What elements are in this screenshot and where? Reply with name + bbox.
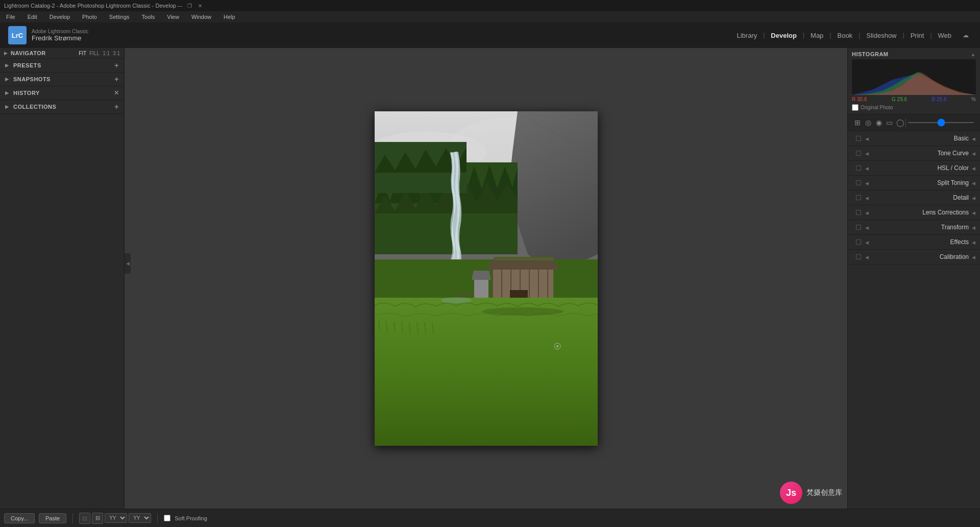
right-section-basic: ◀Basic◀ [848,131,980,146]
histogram-g-value: G 29.6 [892,97,907,102]
history-section: ▶ History ✕ [0,86,124,100]
paste-button[interactable]: Paste [39,513,66,523]
soft-proofing-toggle: Soft Proofing [164,515,207,521]
graduated-filter-icon[interactable]: ▭ [884,117,895,128]
section-toggle-calibration[interactable] [856,254,861,259]
right-section-header-effects[interactable]: ◀Effects◀ [848,235,980,249]
restore-button[interactable]: ❐ [186,2,193,9]
user-name: Fredrik Strømme [32,34,88,42]
section-toggle-effects[interactable] [856,239,861,245]
navigator-header[interactable]: ▶ Navigator FIT FILL 1:1 3:1 [0,48,124,58]
presets-arrow: ▶ [5,63,10,68]
nav-link-web[interactable]: Web [934,30,956,41]
nav-separator: | [903,32,904,39]
presets-header[interactable]: ▶ Presets + [0,59,124,72]
red-eye-icon[interactable]: ◉ [873,117,884,128]
right-section-header-transform[interactable]: ◀Transform◀ [848,220,980,234]
section-toggle-tone-curve[interactable] [856,151,861,156]
right-section-label-lens-corrections: Lens Corrections [872,209,969,216]
right-section-label-split-toning: Split Toning [872,179,969,186]
right-section-header-detail[interactable]: ◀Detail◀ [848,190,980,205]
right-sections: ◀Basic◀◀Tone Curve◀◀HSL / Color◀◀Split T… [848,131,980,265]
history-clear-icon[interactable]: ✕ [114,89,119,97]
histogram-header[interactable]: Histogram ▲ [852,51,976,57]
right-section-calibration: ◀Calibration◀ [848,250,980,265]
collections-add-icon[interactable]: + [114,103,119,110]
nav-link-map[interactable]: Map [806,30,827,41]
section-collapse-lens-corrections: ◀ [865,210,869,214]
collections-header[interactable]: ▶ Collections + [0,100,124,113]
right-section-header-calibration[interactable]: ◀Calibration◀ [848,250,980,264]
svg-rect-32 [375,298,598,446]
menu-item-tools[interactable]: Tools [140,13,157,21]
nav-link-develop[interactable]: Develop [767,30,801,41]
menu-item-develop[interactable]: Develop [47,13,72,21]
radial-filter-icon[interactable]: ◯ [895,117,905,128]
section-toggle-transform[interactable] [856,225,861,230]
right-section-arrow-detail: ◀ [972,196,976,200]
menu-item-window[interactable]: Window [189,13,213,21]
titlebar-controls: — ❐ ✕ [176,2,204,9]
right-section-hsl-color: ◀HSL / Color◀ [848,161,980,176]
crop-tool-icon[interactable]: ⊞ [852,117,863,128]
compare-view-icon[interactable]: ⊟ [92,513,103,524]
tool-slider-area [906,122,976,123]
menu-item-photo[interactable]: Photo [80,13,99,21]
presets-section: ▶ Presets + [0,59,124,73]
nav-separator: | [803,32,804,39]
snapshots-add-icon[interactable]: + [114,76,119,83]
menu-item-edit[interactable]: Edit [26,13,39,21]
titlebar-title: Lightroom Catalog-2 - Adobe Photoshop Li… [4,3,176,9]
section-toggle-detail[interactable] [856,195,861,200]
spot-removal-icon[interactable]: ◎ [863,117,873,128]
collections-arrow: ▶ [5,104,10,109]
soft-proofing-label: Soft Proofing [175,515,207,521]
menu-item-file[interactable]: File [4,13,17,21]
exposure-slider[interactable] [908,122,974,123]
menu-item-help[interactable]: Help [222,13,237,21]
nav-link-print[interactable]: Print [906,30,928,41]
right-section-split-toning: ◀Split Toning◀ [848,176,980,190]
history-header[interactable]: ▶ History ✕ [0,86,124,100]
right-section-header-hsl-color[interactable]: ◀HSL / Color◀ [848,161,980,175]
cloud-icon[interactable]: ☁ [960,29,972,41]
original-photo-checkbox[interactable] [852,104,859,111]
copy-button[interactable]: Copy... [4,513,35,523]
navigator-arrow: ▶ [4,51,8,56]
histogram-collapse[interactable]: ▲ [971,52,976,57]
single-view-icon[interactable]: □ [79,513,90,524]
section-toggle-split-toning[interactable] [856,180,861,185]
histogram-b-value: B 25.6 [932,97,947,102]
close-button[interactable]: ✕ [197,2,204,9]
snapshots-header[interactable]: ▶ Snapshots + [0,73,124,86]
minimize-button[interactable]: — [176,2,183,9]
presets-add-icon[interactable]: + [114,62,119,69]
app-info: Adobe Lightroom Classic Fredrik Strømme [32,29,88,42]
right-section-header-lens-corrections[interactable]: ◀Lens Corrections◀ [848,205,980,220]
right-section-arrow-hsl-color: ◀ [972,166,976,170]
collections-label: Collections [13,104,56,110]
watermark-text: 梵摄创意库 [806,488,842,497]
left-panel-collapse[interactable]: ◀ [125,253,131,274]
view-select[interactable]: YY XY [105,513,127,523]
zoom-3to1[interactable]: 3:1 [113,51,120,56]
right-section-header-basic[interactable]: ◀Basic◀ [848,131,980,146]
nav-link-book[interactable]: Book [833,30,856,41]
soft-proofing-checkbox[interactable] [164,515,170,521]
section-toggle-basic[interactable] [856,136,861,141]
nav-link-slideshow[interactable]: Slideshow [862,30,900,41]
section-toggle-hsl-color[interactable] [856,165,861,171]
main-area: ▶ Navigator FIT FILL 1:1 3:1 ▶ Presets +… [0,48,980,509]
menu-item-view[interactable]: View [165,13,181,21]
history-label: History [13,90,40,96]
zoom-fill[interactable]: FILL [89,51,100,56]
menu-item-settings[interactable]: Settings [107,13,132,21]
right-section-header-tone-curve[interactable]: ◀Tone Curve◀ [848,146,980,160]
sort-select[interactable]: YY [129,513,151,523]
section-toggle-lens-corrections[interactable] [856,210,861,215]
right-section-header-split-toning[interactable]: ◀Split Toning◀ [848,176,980,190]
zoom-fit[interactable]: FIT [79,51,86,56]
nav-link-library[interactable]: Library [732,30,761,41]
zoom-1to1[interactable]: 1:1 [103,51,110,56]
histogram-values: R 30.6 G 29.6 B 25.6 % [852,97,976,102]
